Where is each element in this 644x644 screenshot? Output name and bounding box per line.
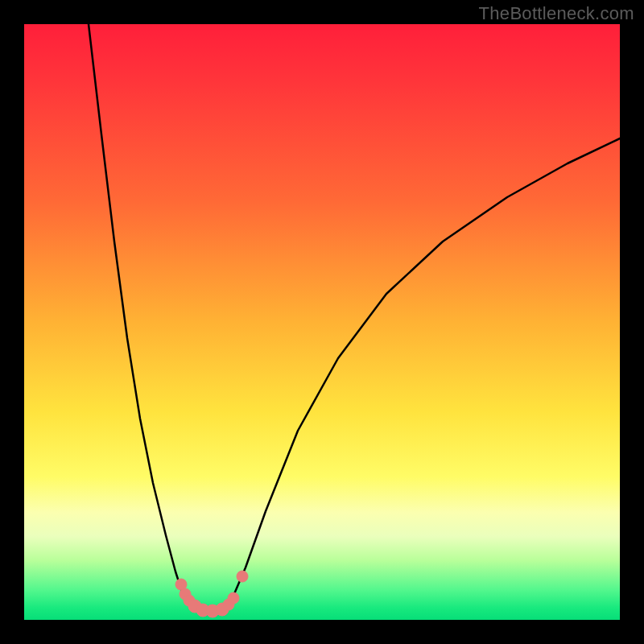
- bottleneck-curve: [24, 24, 620, 620]
- curve-marker: [237, 571, 248, 582]
- curve-path: [89, 24, 620, 611]
- watermark-text: TheBottleneck.com: [479, 3, 634, 24]
- curve-markers: [175, 571, 248, 617]
- plot-area: [24, 24, 620, 620]
- chart-frame: TheBottleneck.com: [0, 0, 644, 644]
- curve-marker: [228, 592, 239, 604]
